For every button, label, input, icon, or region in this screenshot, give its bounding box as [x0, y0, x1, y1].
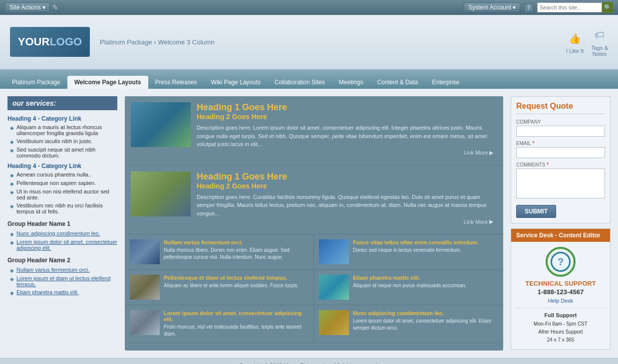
- grid-desc-0: Nulla rhoncus libero. Donec non enim. Et…: [164, 247, 309, 261]
- grid-item-3: Etiam pharetra mattis elit. Aliquam id n…: [314, 270, 503, 305]
- grid-title-0[interactable]: Nullam varius fermentum orci.: [164, 239, 309, 245]
- nav-tab-enterprise[interactable]: Enterprise: [425, 76, 467, 89]
- grid-item-5: Nunc adipiscing condimentum leo. Lorem i…: [314, 305, 503, 343]
- like-button[interactable]: 👍 I Like It: [566, 30, 584, 54]
- request-quote-box: Request Quote COMPANY EMAIL * COMMENTS *…: [511, 96, 611, 223]
- search-icon: 🔍: [604, 4, 612, 11]
- edit-page-icon[interactable]: ✎: [52, 3, 58, 11]
- search-input[interactable]: [537, 2, 602, 12]
- grid-item-1: Fusce vitae tellus vitae enim convallis …: [314, 234, 503, 270]
- list-item: ◆ Nunc adipiscing condimentum leo.: [10, 230, 117, 237]
- email-label: EMAIL *: [516, 141, 605, 146]
- header-actions: 👍 I Like It 🏷 Tags & Notes: [566, 27, 608, 57]
- grid-thumb-3: [319, 275, 349, 300]
- content-heading2-1: Heading 2 Goes Here: [197, 113, 497, 121]
- bottom-grid: Nullam varius fermentum orci. Nulla rhon…: [125, 234, 503, 343]
- company-label: COMPANY: [516, 119, 605, 125]
- grid-title-1[interactable]: Fusce vitae tellus vitae enim convallis …: [353, 239, 498, 245]
- bullet-icon: ◆: [10, 125, 14, 131]
- tags-icon: 🏷: [592, 27, 608, 43]
- list-item: ◆ Aenean cursus pharetra nulla..: [10, 172, 117, 178]
- group1-link1[interactable]: Nunc adipiscing condimentum leo.: [16, 230, 100, 236]
- comments-label: COMMENTS *: [516, 162, 605, 168]
- sidebar: our services: Heading 4 - Category Link …: [7, 96, 117, 351]
- nav-tab-platinum[interactable]: Platinum Package: [5, 76, 67, 89]
- support-info: Full Support Mon-Fri 8am - 5pm CST Afrer…: [516, 311, 605, 344]
- group2-link3[interactable]: Etiam pharetra mattis elit.: [16, 289, 79, 295]
- support-icon: ?: [546, 247, 576, 277]
- breadcrumb: Platinum Package › Welcome 3 Column: [100, 38, 215, 46]
- nav-tab-welcome[interactable]: Welcome Page Layouts: [67, 76, 148, 89]
- link-more-anchor-2[interactable]: Link More ▶: [464, 218, 493, 225]
- comments-textarea[interactable]: [516, 169, 605, 198]
- grid-thumb-5: [319, 310, 349, 335]
- bullet-icon: ◆: [10, 290, 14, 296]
- grid-desc-1: Donec sed neque in lectus venenatis ferm…: [353, 247, 498, 254]
- content-text-2: Heading 1 Goes Here Heading 2 Goes Here …: [197, 172, 497, 228]
- sidebar-category2-link[interactable]: Heading 4 - Category Link: [7, 163, 117, 170]
- grid-item-2: Pellentesque et diam ut lectus eleifend …: [125, 270, 314, 305]
- system-account-button[interactable]: System Account ▾: [464, 2, 520, 12]
- after-hours-label: Afrer Hours Support: [516, 328, 605, 336]
- list-item: ◆ Lorem ipsum dolor sit amet, consectetu…: [10, 239, 117, 251]
- comments-required: *: [547, 162, 549, 168]
- email-required: *: [532, 141, 534, 146]
- system-account-label: System Account: [468, 4, 511, 11]
- email-input[interactable]: [516, 147, 605, 158]
- list-item-text: Pellentesque non sapien sapien.: [16, 180, 96, 186]
- nav-tab-collab[interactable]: Collaboration Sites: [268, 76, 332, 89]
- content-heading1-2[interactable]: Heading 1 Goes Here: [197, 172, 497, 182]
- nav-tab-press[interactable]: Press Releases: [148, 76, 204, 89]
- system-account-chevron: ▾: [513, 4, 516, 11]
- content-heading2-2: Heading 2 Goes Here: [197, 182, 497, 190]
- grid-title-5[interactable]: Nunc adipiscing condimentum leo.: [353, 310, 498, 316]
- content-desc-1: Description goes here. Lorem ipsum dolor…: [197, 124, 497, 149]
- submit-button[interactable]: SUBMIT: [516, 205, 556, 218]
- content-block-1: Heading 1 Goes Here Heading 2 Goes Here …: [125, 96, 503, 166]
- list-item-text: Ut in risus non nisi eleifend auctor sed…: [16, 188, 117, 200]
- group2-link2[interactable]: Lorem ipsum et diam ut lectus eleifend t…: [16, 275, 117, 287]
- content-heading1-1[interactable]: Heading 1 Goes Here: [197, 102, 497, 113]
- search-button[interactable]: 🔍: [602, 2, 613, 13]
- site-actions-label: Site Actions: [9, 4, 41, 11]
- link-more-2: Link More ▶: [197, 217, 497, 228]
- grid-desc-2: Aliquam ac libero et ante lorem aliquet …: [164, 282, 309, 289]
- list-item-text: Vestibulum nec nibh eu orci facilisis te…: [16, 202, 117, 214]
- content-desc-2: Description goes here. Curabitur facilis…: [197, 193, 497, 218]
- grid-content-0: Nullam varius fermentum orci. Nulla rhon…: [164, 239, 309, 264]
- site-actions-chevron: ▾: [42, 4, 45, 11]
- list-item: ◆ Vestibulum nec nibh eu orci facilisis …: [10, 202, 117, 214]
- site-actions-button[interactable]: Site Actions ▾: [5, 2, 50, 12]
- grid-title-4[interactable]: Lorem ipsum dolor sit amet, consectetuer…: [164, 310, 309, 322]
- nav-tab-wiki[interactable]: Wiki Page Layouts: [204, 76, 268, 89]
- group1-link2[interactable]: Lorem ipsum dolor sit amet, consectetuer…: [16, 239, 117, 251]
- header: YOURLOGO Platinum Package › Welcome 3 Co…: [0, 15, 618, 70]
- group-header-2: Group Header Name 2: [7, 257, 117, 264]
- tags-notes-button[interactable]: 🏷 Tags & Notes: [591, 27, 608, 57]
- list-item: ◆ Vestibulum iaculis nibh in justo.: [10, 138, 117, 145]
- help-button[interactable]: ?: [524, 3, 533, 12]
- support-hours2: 24 x 7 x 365: [516, 336, 605, 344]
- nav-tab-meetings[interactable]: Meetings: [332, 76, 370, 89]
- help-label: ?: [527, 4, 530, 10]
- grid-title-2[interactable]: Pellentesque et diam ut lectus eleifend …: [164, 275, 309, 281]
- company-input[interactable]: [516, 126, 605, 137]
- grid-title-3[interactable]: Etiam pharetra mattis elit.: [353, 275, 498, 281]
- topbar-right: System Account ▾ ? 🔍: [464, 2, 613, 13]
- grid-content-5: Nunc adipiscing condimentum leo. Lorem i…: [353, 310, 498, 338]
- bullet-icon: ◆: [10, 276, 14, 282]
- topbar: Site Actions ▾ ✎ System Account ▾ ? 🔍: [0, 0, 618, 15]
- sidebar-category1-link[interactable]: Heading 4 - Category Link: [7, 115, 117, 122]
- like-label: I Like It: [566, 48, 584, 54]
- helpdesk-link[interactable]: Help Desk: [516, 298, 605, 304]
- divider: [516, 308, 605, 308]
- support-circle-inner: ?: [551, 252, 571, 272]
- group2-link1[interactable]: Nullam varius fermentum orci.: [16, 267, 89, 273]
- link-more-anchor-1[interactable]: Link More ▶: [464, 150, 493, 156]
- content-block-2: Heading 1 Goes Here Heading 2 Goes Here …: [125, 166, 503, 235]
- footer: Copyright © 2010 MasterThemes, Inc. All …: [0, 358, 618, 364]
- breadcrumb-root[interactable]: Platinum Package: [100, 38, 152, 46]
- nav-tab-content[interactable]: Content & Data: [370, 76, 425, 89]
- sidebar-header: our services:: [7, 96, 117, 110]
- list-item: ◆ Aliquam a mauris at lectus rhoncus ull…: [10, 124, 117, 136]
